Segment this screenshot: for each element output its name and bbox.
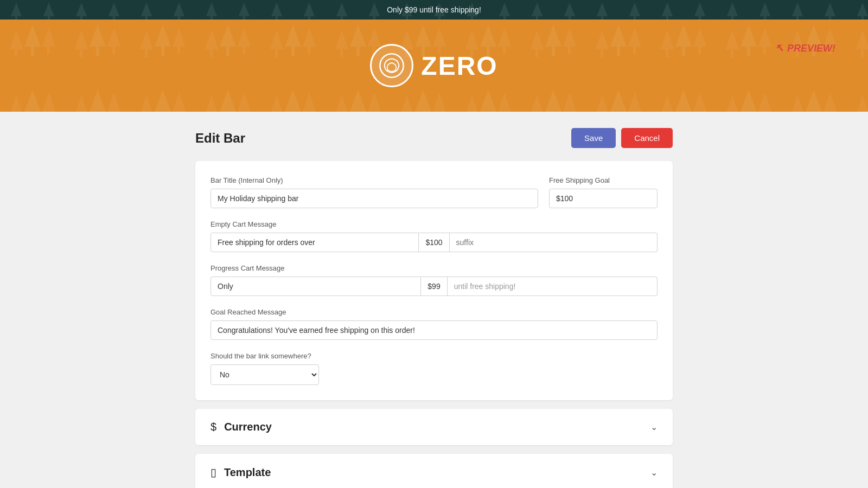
announcement-text: Only $99 until free shipping! xyxy=(387,5,481,14)
template-chevron-icon: ⌄ xyxy=(650,467,658,478)
template-section-card: ▯ Template ⌄ xyxy=(195,454,673,488)
currency-section-left: $ Currency xyxy=(210,421,272,433)
cancel-button[interactable]: Cancel xyxy=(621,128,673,148)
empty-cart-label: Empty Cart Message xyxy=(210,220,658,228)
form-row-3: Progress Cart Message $99 xyxy=(210,264,658,296)
progress-cart-label: Progress Cart Message xyxy=(210,264,658,272)
bar-link-group: Should the bar link somewhere? No Yes xyxy=(210,352,658,385)
empty-cart-inline: $100 xyxy=(210,233,658,252)
template-section-title: Template xyxy=(224,466,271,479)
empty-cart-prefix-input[interactable] xyxy=(210,233,419,252)
progress-cart-group: Progress Cart Message $99 xyxy=(210,264,658,296)
form-row-2: Empty Cart Message $100 xyxy=(210,220,658,252)
free-shipping-goal-group: Free Shipping Goal xyxy=(549,176,658,208)
progress-cart-prefix-input[interactable] xyxy=(210,277,421,296)
currency-icon: $ xyxy=(210,421,216,433)
preview-badge: PREVIEW! xyxy=(775,41,835,54)
free-shipping-goal-input[interactable] xyxy=(549,189,658,208)
hero-header: ZERO PREVIEW! xyxy=(0,20,868,112)
free-shipping-goal-label: Free Shipping Goal xyxy=(549,176,658,184)
progress-cart-inline: $99 xyxy=(210,277,658,296)
goal-reached-group: Goal Reached Message xyxy=(210,308,658,340)
bar-link-select[interactable]: No Yes xyxy=(210,364,319,385)
save-button[interactable]: Save xyxy=(571,128,616,148)
bar-link-label: Should the bar link somewhere? xyxy=(210,352,658,360)
empty-cart-group: Empty Cart Message $100 xyxy=(210,220,658,252)
header-buttons: Save Cancel xyxy=(571,128,673,148)
logo-circle xyxy=(370,44,413,87)
form-row-1: Bar Title (Internal Only) Free Shipping … xyxy=(210,176,658,208)
goal-reached-label: Goal Reached Message xyxy=(210,308,658,316)
currency-section-header[interactable]: $ Currency ⌄ xyxy=(195,409,673,445)
currency-section-card: $ Currency ⌄ xyxy=(195,409,673,445)
empty-cart-suffix-input[interactable] xyxy=(450,233,658,252)
template-icon: ▯ xyxy=(210,466,216,479)
logo-text: ZERO xyxy=(421,51,497,81)
form-card: Bar Title (Internal Only) Free Shipping … xyxy=(195,161,673,400)
template-section-left: ▯ Template xyxy=(210,466,271,479)
progress-cart-suffix-input[interactable] xyxy=(448,277,658,296)
logo-svg xyxy=(378,52,405,79)
goal-reached-input[interactable] xyxy=(210,320,658,340)
announcement-bar: Only $99 until free shipping! xyxy=(0,0,868,20)
currency-chevron-icon: ⌄ xyxy=(650,422,658,432)
form-row-5: Should the bar link somewhere? No Yes xyxy=(210,352,658,385)
logo-container: ZERO xyxy=(370,44,497,87)
main-content: Edit Bar Save Cancel Bar Title (Internal… xyxy=(184,112,684,488)
page-header: Edit Bar Save Cancel xyxy=(195,128,673,148)
currency-section-title: Currency xyxy=(224,421,272,433)
bar-title-group: Bar Title (Internal Only) xyxy=(210,176,538,208)
template-section-header[interactable]: ▯ Template ⌄ xyxy=(195,454,673,488)
progress-cart-amount: $99 xyxy=(421,277,447,296)
svg-point-0 xyxy=(380,54,404,77)
bar-title-label: Bar Title (Internal Only) xyxy=(210,176,538,184)
form-row-4: Goal Reached Message xyxy=(210,308,658,340)
bar-title-input[interactable] xyxy=(210,189,538,208)
empty-cart-amount: $100 xyxy=(419,233,449,252)
page-title: Edit Bar xyxy=(195,131,245,146)
